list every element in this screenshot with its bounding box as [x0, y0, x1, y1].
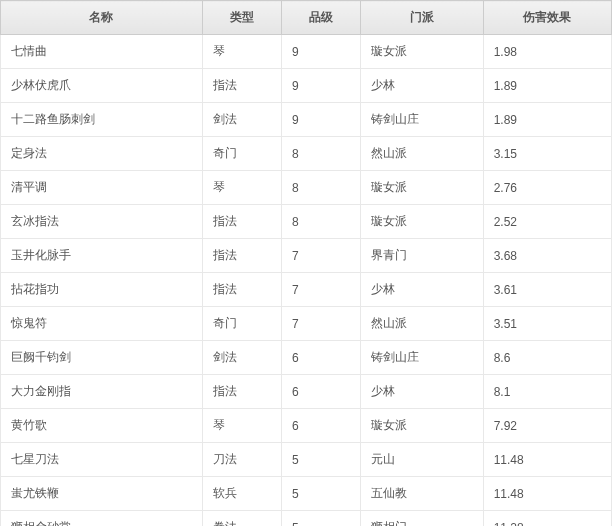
cell-rank: 9 [282, 103, 361, 137]
cell-sect: 璇女派 [361, 35, 483, 69]
cell-name: 清平调 [1, 171, 203, 205]
table-body: 七情曲琴9璇女派1.98少林伏虎爪指法9少林1.89十二路鱼肠刺剑剑法9铸剑山庄… [1, 35, 612, 527]
cell-type: 剑法 [202, 341, 281, 375]
cell-type: 奇门 [202, 307, 281, 341]
cell-sect: 界青门 [361, 239, 483, 273]
cell-rank: 9 [282, 69, 361, 103]
cell-sect: 然山派 [361, 307, 483, 341]
cell-name: 惊鬼符 [1, 307, 203, 341]
cell-effect: 2.76 [483, 171, 611, 205]
cell-type: 琴 [202, 171, 281, 205]
header-effect: 伤害效果 [483, 1, 611, 35]
cell-effect: 3.15 [483, 137, 611, 171]
cell-sect: 少林 [361, 375, 483, 409]
cell-name: 玄冰指法 [1, 205, 203, 239]
table-row: 蚩尤铁鞭软兵5五仙教11.48 [1, 477, 612, 511]
header-row: 名称 类型 品级 门派 伤害效果 [1, 1, 612, 35]
table-row: 七情曲琴9璇女派1.98 [1, 35, 612, 69]
table-row: 惊鬼符奇门7然山派3.51 [1, 307, 612, 341]
header-rank: 品级 [282, 1, 361, 35]
cell-rank: 5 [282, 511, 361, 527]
cell-sect: 然山派 [361, 137, 483, 171]
cell-rank: 8 [282, 137, 361, 171]
cell-rank: 6 [282, 375, 361, 409]
table-row: 黄竹歌琴6璇女派7.92 [1, 409, 612, 443]
cell-type: 剑法 [202, 103, 281, 137]
cell-effect: 1.89 [483, 69, 611, 103]
cell-type: 奇门 [202, 137, 281, 171]
cell-sect: 铸剑山庄 [361, 103, 483, 137]
table-row: 巨阙千钧剑剑法6铸剑山庄8.6 [1, 341, 612, 375]
cell-type: 拳法 [202, 511, 281, 527]
cell-effect: 8.1 [483, 375, 611, 409]
cell-sect: 璇女派 [361, 171, 483, 205]
cell-type: 指法 [202, 375, 281, 409]
cell-rank: 7 [282, 307, 361, 341]
table-row: 少林伏虎爪指法9少林1.89 [1, 69, 612, 103]
cell-rank: 6 [282, 341, 361, 375]
table-row: 玉井化脉手指法7界青门3.68 [1, 239, 612, 273]
table-row: 十二路鱼肠刺剑剑法9铸剑山庄1.89 [1, 103, 612, 137]
cell-name: 大力金刚指 [1, 375, 203, 409]
cell-effect: 2.52 [483, 205, 611, 239]
cell-name: 狮相金砂掌 [1, 511, 203, 527]
cell-rank: 7 [282, 239, 361, 273]
cell-name: 拈花指功 [1, 273, 203, 307]
header-name: 名称 [1, 1, 203, 35]
cell-type: 琴 [202, 35, 281, 69]
cell-sect: 少林 [361, 69, 483, 103]
cell-sect: 璇女派 [361, 205, 483, 239]
cell-rank: 5 [282, 477, 361, 511]
cell-name: 少林伏虎爪 [1, 69, 203, 103]
cell-name: 七星刀法 [1, 443, 203, 477]
cell-name: 黄竹歌 [1, 409, 203, 443]
cell-sect: 元山 [361, 443, 483, 477]
cell-type: 刀法 [202, 443, 281, 477]
cell-rank: 8 [282, 171, 361, 205]
cell-effect: 1.98 [483, 35, 611, 69]
cell-sect: 铸剑山庄 [361, 341, 483, 375]
cell-type: 指法 [202, 205, 281, 239]
cell-sect: 璇女派 [361, 409, 483, 443]
cell-sect: 少林 [361, 273, 483, 307]
cell-rank: 9 [282, 35, 361, 69]
cell-effect: 3.61 [483, 273, 611, 307]
cell-effect: 3.68 [483, 239, 611, 273]
cell-rank: 6 [282, 409, 361, 443]
table-row: 拈花指功指法7少林3.61 [1, 273, 612, 307]
cell-name: 定身法 [1, 137, 203, 171]
cell-effect: 1.89 [483, 103, 611, 137]
cell-type: 琴 [202, 409, 281, 443]
cell-rank: 8 [282, 205, 361, 239]
cell-effect: 11.28 [483, 511, 611, 527]
skills-table: 名称 类型 品级 门派 伤害效果 七情曲琴9璇女派1.98少林伏虎爪指法9少林1… [0, 0, 612, 526]
cell-rank: 5 [282, 443, 361, 477]
table-row: 狮相金砂掌拳法5狮相门11.28 [1, 511, 612, 527]
table-row: 清平调琴8璇女派2.76 [1, 171, 612, 205]
cell-effect: 3.51 [483, 307, 611, 341]
table-row: 七星刀法刀法5元山11.48 [1, 443, 612, 477]
header-sect: 门派 [361, 1, 483, 35]
cell-name: 蚩尤铁鞭 [1, 477, 203, 511]
cell-name: 七情曲 [1, 35, 203, 69]
cell-effect: 8.6 [483, 341, 611, 375]
cell-name: 十二路鱼肠刺剑 [1, 103, 203, 137]
cell-type: 指法 [202, 239, 281, 273]
cell-sect: 五仙教 [361, 477, 483, 511]
table-row: 玄冰指法指法8璇女派2.52 [1, 205, 612, 239]
cell-effect: 11.48 [483, 477, 611, 511]
cell-name: 巨阙千钧剑 [1, 341, 203, 375]
cell-type: 指法 [202, 69, 281, 103]
table-row: 定身法奇门8然山派3.15 [1, 137, 612, 171]
cell-sect: 狮相门 [361, 511, 483, 527]
cell-effect: 7.92 [483, 409, 611, 443]
cell-rank: 7 [282, 273, 361, 307]
table-row: 大力金刚指指法6少林8.1 [1, 375, 612, 409]
cell-name: 玉井化脉手 [1, 239, 203, 273]
cell-type: 指法 [202, 273, 281, 307]
cell-effect: 11.48 [483, 443, 611, 477]
header-type: 类型 [202, 1, 281, 35]
cell-type: 软兵 [202, 477, 281, 511]
